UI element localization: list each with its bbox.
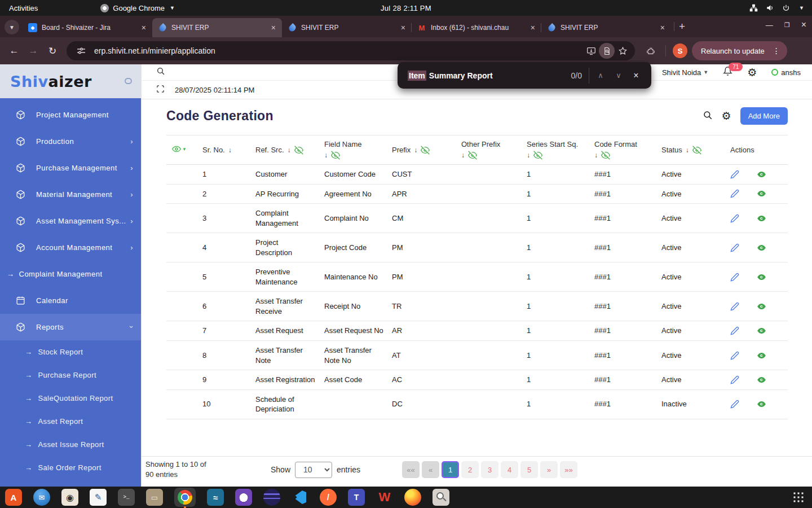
tab-shivit-erp-2[interactable]: SHIVIT ERP × (282, 18, 412, 37)
edit-icon[interactable] (730, 214, 739, 223)
header-search-icon[interactable] (156, 67, 165, 78)
view-icon[interactable] (756, 189, 767, 198)
hide-column-icon[interactable] (601, 151, 610, 160)
edit-icon[interactable] (730, 273, 739, 282)
hide-column-icon[interactable] (692, 146, 701, 155)
company-selector[interactable]: Shivit Noida ▼ (662, 68, 708, 77)
tab-shivit-erp-1[interactable]: SHIVIT ERP × (152, 18, 282, 37)
hide-column-icon[interactable] (331, 151, 340, 160)
new-tab-button[interactable]: + (679, 20, 685, 33)
sidebar-item-project-management[interactable]: → Project Management (0, 102, 141, 128)
tab-close-icon[interactable]: × (659, 23, 667, 32)
tab-close-icon[interactable]: × (270, 23, 277, 32)
hide-column-icon[interactable] (294, 146, 303, 155)
table-settings-icon[interactable]: ⚙ (722, 111, 731, 121)
find-input[interactable]: Item Summary Report (408, 71, 571, 81)
edit-icon[interactable] (730, 302, 739, 311)
app-grid-icon[interactable] (793, 492, 804, 503)
eclipse-icon[interactable] (263, 489, 280, 506)
extensions-icon[interactable] (643, 43, 659, 59)
vscode-icon[interactable] (292, 489, 308, 506)
rhythmbox-icon[interactable]: ◉ (61, 489, 78, 506)
back-button[interactable]: ← (6, 45, 23, 56)
pagination-next[interactable]: » (540, 461, 558, 478)
sidebar-subitem-salequotation-report[interactable]: → SaleQuotation Report (0, 387, 141, 410)
omnibox[interactable]: erp.shivit.net.in/minierp/application (67, 41, 635, 60)
sort-icon[interactable]: ↓ (461, 151, 465, 159)
chrome-menu-icon[interactable]: ⋮ (769, 46, 784, 55)
hide-column-icon[interactable] (533, 151, 542, 160)
restore-button[interactable]: ❐ (784, 22, 790, 28)
view-icon[interactable] (756, 302, 767, 311)
sidebar-subitem-purchase-report[interactable]: → Purchase Report (0, 364, 141, 387)
view-icon[interactable] (756, 400, 767, 409)
pagination-last[interactable]: »» (560, 461, 577, 478)
sidebar-subitem-sale-order-report[interactable]: → Sale Order Report (0, 456, 141, 479)
find-close-icon[interactable]: × (628, 71, 645, 81)
fullscreen-icon[interactable] (156, 85, 165, 95)
terminal-icon[interactable]: >_ (118, 489, 135, 506)
view-icon[interactable] (756, 214, 767, 223)
view-icon[interactable] (756, 273, 767, 282)
view-icon[interactable] (756, 170, 767, 179)
sort-icon[interactable]: ↓ (686, 146, 689, 154)
activities-button[interactable]: Activities (0, 4, 47, 12)
user-menu[interactable]: anshs (771, 68, 801, 77)
sort-icon[interactable]: ↓ (414, 146, 417, 154)
app-menu[interactable]: Google Chrome ▼ (100, 4, 175, 12)
find-previous-icon[interactable]: ∧ (592, 71, 610, 80)
text-editor-icon[interactable]: ✎ (90, 489, 107, 506)
edit-icon[interactable] (730, 189, 739, 198)
mysql-workbench-icon[interactable]: ≈ (207, 489, 224, 506)
postman-icon[interactable]: / (320, 489, 337, 506)
pagination-page-2[interactable]: 2 (461, 461, 479, 478)
sidebar-item-production[interactable]: → Production (0, 128, 141, 155)
ubuntu-software-icon[interactable]: A (5, 489, 22, 506)
screenshot-tool-icon[interactable] (433, 489, 449, 506)
install-app-icon[interactable] (583, 43, 599, 59)
add-more-button[interactable]: Add More (740, 107, 788, 125)
chrome-icon[interactable] (174, 488, 196, 507)
sidebar-item-calendar[interactable]: → Calendar (0, 287, 141, 314)
files-icon[interactable]: ▭ (146, 489, 163, 506)
hide-column-icon[interactable] (421, 146, 430, 155)
view-icon[interactable] (756, 243, 767, 252)
pagination-prev[interactable]: « (422, 461, 439, 478)
sort-icon[interactable]: ↓ (594, 151, 598, 159)
forward-button[interactable]: → (25, 45, 42, 56)
sort-icon[interactable]: ↓ (228, 146, 232, 154)
bookmark-star-icon[interactable] (615, 43, 630, 59)
pagination-page-3[interactable]: 3 (481, 461, 498, 478)
find-in-page-icon[interactable] (599, 43, 615, 59)
pagination-page-4[interactable]: 4 (501, 461, 518, 478)
edit-icon[interactable] (730, 375, 739, 384)
close-button[interactable]: × (801, 20, 806, 29)
edit-icon[interactable] (730, 400, 739, 409)
sort-icon[interactable]: ↓ (527, 151, 530, 159)
teams-icon[interactable]: T (348, 489, 365, 506)
minimize-button[interactable]: — (766, 21, 773, 29)
clock[interactable]: Jul 28 2:11 PM (381, 4, 431, 12)
sidebar-subitem-stock-report[interactable]: → Stock Report (0, 340, 141, 364)
header-settings-icon[interactable]: ⚙ (747, 67, 757, 78)
sidebar-item-material-management[interactable]: → Material Management (0, 181, 141, 208)
pagination-page-5[interactable]: 5 (520, 461, 538, 478)
edit-icon[interactable] (730, 351, 739, 360)
sidebar-item-reports[interactable]: → Reports (0, 314, 141, 340)
firefox-icon[interactable] (404, 489, 421, 506)
find-next-icon[interactable]: ∨ (610, 71, 628, 80)
thunderbird-icon[interactable]: ✉ (33, 489, 50, 506)
sidebar-item-account-management[interactable]: → Account Management (0, 234, 141, 261)
sort-icon[interactable]: ↓ (288, 146, 291, 154)
tab-gmail-inbox[interactable]: Inbox (612) - shivani.chau × (412, 18, 541, 37)
tab-close-icon[interactable]: × (399, 23, 407, 32)
tab-close-icon[interactable]: × (140, 23, 148, 32)
view-icon[interactable] (756, 375, 767, 384)
tab-shivit-erp-3[interactable]: SHIVIT ERP × (541, 18, 671, 37)
sidebar-toggle-icon[interactable] (125, 78, 132, 84)
sidebar-item-complaint-management[interactable]: → Complaint Management (0, 261, 141, 287)
sort-icon[interactable]: ↓ (324, 151, 328, 159)
edit-icon[interactable] (730, 326, 739, 335)
sidebar-item-asset-management-system[interactable]: → Asset Management Sys... (0, 208, 141, 234)
sidebar-subitem-asset-issue-report[interactable]: → Asset Issue Report (0, 433, 141, 456)
